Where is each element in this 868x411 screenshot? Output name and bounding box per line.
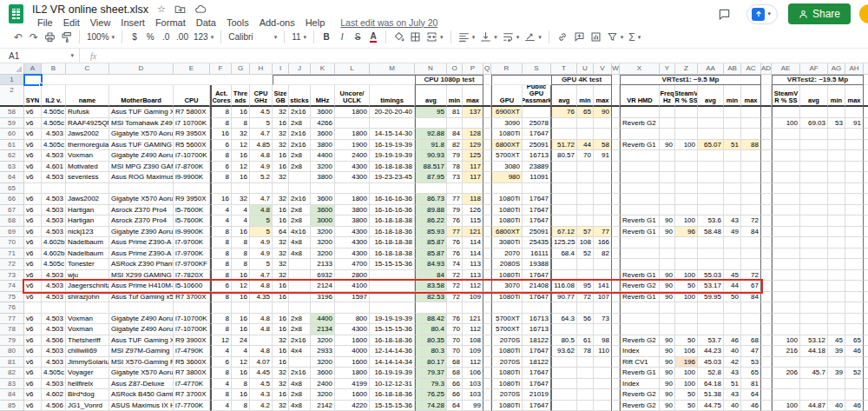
cell-V73[interactable] (594, 270, 612, 282)
cell-I81[interactable]: 16 (273, 357, 289, 368)
present-button[interactable]: ▾ (746, 4, 778, 24)
cell-Q79[interactable] (483, 335, 491, 347)
cell-J79[interactable]: 2x16 (289, 335, 311, 347)
cell-T72[interactable] (551, 259, 577, 270)
cell-E66[interactable]: R9 3950X (174, 194, 210, 205)
cell-H71[interactable]: 4.9 (250, 249, 273, 260)
cell-J63[interactable]: 2x8 (289, 162, 311, 173)
cell-AI66[interactable] (864, 194, 868, 205)
column-header-O[interactable]: O (447, 63, 463, 75)
cell-R80[interactable]: 1080Ti (491, 346, 523, 357)
cell-R69[interactable]: 6800XT (491, 227, 523, 238)
cell-AD76[interactable] (761, 302, 772, 314)
cell-G83[interactable]: 8 (232, 379, 250, 390)
cell-AG74[interactable] (828, 281, 845, 292)
cell-N62[interactable]: 90.93 (415, 150, 447, 162)
cell-AC74[interactable]: 67 (741, 281, 761, 292)
cell-H62[interactable]: 4.8 (250, 150, 273, 162)
header-cell-I2[interactable]: Size GB (273, 85, 289, 107)
increase-decimal-button[interactable]: .00 (174, 29, 191, 46)
cell-AE58[interactable] (772, 107, 800, 118)
cell-X65[interactable] (620, 183, 660, 195)
cell-A61[interactable]: v6 (24, 140, 42, 151)
cell-O61[interactable]: 82 (447, 140, 463, 151)
cell-AG69[interactable] (828, 227, 845, 238)
cell-L60[interactable]: 1800 (335, 129, 370, 140)
cell-Y66[interactable] (660, 194, 675, 205)
cell-Z71[interactable] (675, 249, 698, 260)
cell-C70[interactable]: Nadelbaum (66, 237, 109, 249)
decrease-decimal-button[interactable]: .0 (158, 29, 174, 46)
cell-AC75[interactable]: 84 (741, 292, 761, 303)
cell-W80[interactable] (612, 346, 620, 357)
cell-Q71[interactable] (483, 249, 491, 260)
cell-AH64[interactable] (845, 172, 864, 183)
column-header-A[interactable]: A (24, 63, 42, 75)
cell-F76[interactable] (210, 302, 232, 314)
horizontal-align-button[interactable]: ▾ (456, 29, 478, 46)
header-cell-O2[interactable]: min (447, 85, 463, 107)
column-header-B[interactable]: B (42, 63, 66, 75)
cell-Z75[interactable]: 100 (675, 292, 698, 303)
cell-Y63[interactable] (660, 162, 675, 173)
row-header-82[interactable]: 82 (0, 368, 24, 379)
cell-A80[interactable]: v6 (24, 346, 42, 357)
cell-AH82[interactable]: 52 (845, 368, 864, 379)
cell-L66[interactable]: 1800 (335, 194, 370, 205)
cell-K63[interactable]: 3200 (311, 162, 335, 173)
cell-P78[interactable]: 112 (463, 324, 483, 335)
cell-D74[interactable]: Asus Prime H410M-K (109, 281, 174, 292)
column-header-AD[interactable]: AD (761, 63, 772, 75)
cell-AI79[interactable] (864, 335, 868, 347)
cell-J64[interactable] (289, 172, 311, 183)
row-header-80[interactable]: 80 (0, 346, 24, 357)
cell-AB80[interactable]: 40 (724, 346, 741, 357)
cell-AG71[interactable] (828, 249, 845, 260)
cell-O62[interactable]: 79 (447, 150, 463, 162)
cell-J83[interactable]: 4x8 (289, 379, 311, 390)
cell-R71[interactable]: 2070 (491, 249, 523, 260)
column-header-Z[interactable]: Z (675, 63, 698, 75)
cell-T66[interactable] (551, 194, 577, 205)
cell-U82[interactable] (577, 368, 594, 379)
cell-M64[interactable]: 19-23-23-45 (370, 172, 415, 183)
cell-T71[interactable]: 68.4 (551, 249, 577, 260)
cell-E65[interactable] (174, 183, 210, 195)
cell-V69[interactable]: 77 (594, 227, 612, 238)
cell-N75[interactable]: 82.53 (415, 292, 447, 303)
cell-P76[interactable] (463, 302, 483, 314)
cell-G72[interactable]: 8 (232, 259, 250, 270)
cell-AD77[interactable] (761, 314, 772, 325)
cell-AA59[interactable] (698, 118, 724, 129)
cell-Q69[interactable] (483, 227, 491, 238)
cell-S80[interactable]: 17647 (523, 346, 551, 357)
cell-N80[interactable]: 80.3 (415, 346, 447, 357)
cell-U58[interactable]: 65 (577, 107, 594, 118)
cell-AA72[interactable] (698, 259, 724, 270)
cell-L79[interactable]: 1600 (335, 335, 370, 347)
cell-F78[interactable]: 8 (210, 324, 232, 335)
paint-format-button[interactable] (58, 29, 75, 46)
cell-T67[interactable] (551, 205, 577, 216)
cell-J60[interactable]: 2x16 (289, 129, 311, 140)
cell-AC69[interactable]: 84 (741, 227, 761, 238)
cell-D79[interactable]: Asus TUF Gaming X-570 (109, 335, 174, 347)
cell-U79[interactable]: 61 (577, 335, 594, 347)
cell-AE67[interactable] (772, 205, 800, 216)
cell-E62[interactable]: i7-10700K (174, 150, 210, 162)
cell-Q65[interactable] (483, 183, 491, 195)
cell-M76[interactable] (370, 302, 415, 314)
cell-F59[interactable]: 8 (210, 118, 232, 129)
cell-P82[interactable]: 106 (463, 368, 483, 379)
cell-X78[interactable] (620, 324, 660, 335)
cell-P81[interactable]: 112 (463, 357, 483, 368)
cell-AE74[interactable] (772, 281, 800, 292)
row-header-75[interactable]: 75 (0, 292, 24, 303)
cell-AG77[interactable] (828, 314, 845, 325)
cell-AD72[interactable] (761, 259, 772, 270)
cell-AB83[interactable]: 51 (724, 379, 741, 390)
cell-AA70[interactable] (698, 237, 724, 249)
cell-AF81[interactable] (800, 357, 828, 368)
cell-P73[interactable]: 113 (463, 270, 483, 282)
format-percent-button[interactable]: % (142, 29, 158, 46)
